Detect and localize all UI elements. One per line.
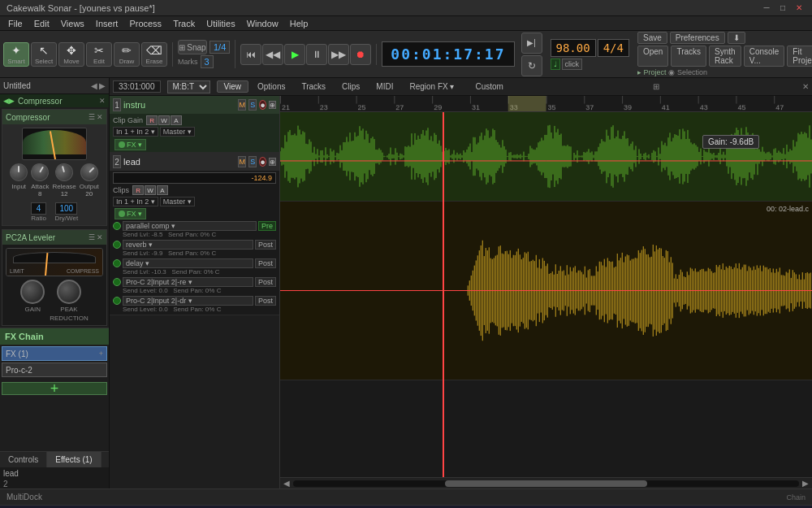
track-2-fx-slot[interactable]: FX ▾ [114, 208, 146, 219]
clips-tab[interactable]: Clips [335, 80, 367, 93]
track-2-input-icon[interactable]: ⊕ [269, 158, 276, 166]
track-2-read-btn[interactable]: R [132, 185, 144, 195]
play-button[interactable]: ▶ [284, 44, 305, 65]
minimize-button[interactable]: ─ [760, 2, 773, 14]
region-fx-tab[interactable]: Region FX ▾ [402, 80, 461, 93]
menu-track[interactable]: Track [168, 16, 200, 31]
send-proc2-dr-on[interactable] [113, 297, 121, 305]
scroll-left-icon[interactable]: ◀ [283, 479, 290, 488]
fx-add-button[interactable]: + [2, 382, 107, 395]
send-reverb-name[interactable]: reverb ▾ [123, 240, 253, 250]
track-1-solo[interactable]: S [248, 99, 257, 111]
menu-file[interactable]: File [3, 16, 28, 31]
send-parallel-type[interactable]: Pre [258, 221, 276, 231]
loop-button[interactable]: ↻ [521, 55, 542, 76]
midi-tab[interactable]: MIDI [369, 80, 400, 93]
tracks-button[interactable]: Tracks [671, 46, 706, 67]
click-button[interactable]: click [562, 59, 583, 70]
time-format-select[interactable]: M:B:T [167, 80, 210, 93]
project-radio[interactable]: ▸ Project [637, 68, 667, 76]
track-1-fx-slot[interactable]: FX ▾ [114, 139, 146, 150]
send-delay-name[interactable]: delay ▾ [123, 258, 253, 268]
menu-utilities[interactable]: Utilities [201, 16, 240, 31]
controls-tab[interactable]: Controls [0, 452, 47, 468]
send-proc2-dr-name[interactable]: Pro-C 2|Input 2|-dr ▾ [123, 296, 253, 306]
send-proc2-re-type[interactable]: Post [255, 277, 276, 287]
compressor-menu-icon[interactable]: ☰ [89, 113, 95, 121]
effects-tab[interactable]: Effects (1) [47, 452, 101, 468]
send-proc2-re-on[interactable] [113, 278, 121, 286]
menu-window[interactable]: Window [242, 16, 283, 31]
input-knob[interactable] [10, 163, 28, 181]
track-2-solo[interactable]: S [248, 156, 257, 167]
open-button[interactable]: Open [637, 46, 668, 67]
download-button[interactable]: ⬇ [728, 32, 745, 44]
time-sig-display[interactable]: 4/4 [598, 39, 629, 57]
track-2-mute[interactable]: M [238, 156, 246, 167]
track-1-output-select[interactable]: Master ▾ [160, 127, 195, 137]
track-1-read-btn[interactable]: R [146, 115, 158, 125]
fx-item-2[interactable]: Pro-c-2 [2, 363, 107, 377]
goto-end-button[interactable]: ▶| [521, 33, 542, 54]
tracks-timeline[interactable]: 00: 02-lead.c Gain: -9.6dB [280, 112, 812, 477]
rewind-begin-button[interactable]: ⏮ [240, 44, 261, 65]
track-1-auto-btn[interactable]: A [171, 115, 182, 125]
selection-radio[interactable]: ◉ Selection [668, 68, 707, 76]
tool-edit[interactable]: ✂ Edit [86, 42, 112, 67]
pc2a-peak-knob[interactable] [57, 280, 81, 304]
time-position[interactable]: 33:01:000 [113, 80, 161, 93]
tracks-collapse[interactable]: ✕ [802, 82, 809, 91]
arrow-right-icon[interactable]: ▶ [99, 81, 106, 90]
track-2-input-select[interactable]: In 1 + In 2 ▾ [113, 197, 158, 206]
attack-knob[interactable] [28, 160, 52, 185]
tool-erase[interactable]: ⌫ Erase [141, 42, 167, 67]
synth-rack-button[interactable]: Synth Rack [709, 46, 741, 67]
track-1-input-select[interactable]: In 1 + In 2 ▾ [113, 127, 158, 137]
track-1-input-icon[interactable]: ⊕ [269, 101, 276, 109]
window-controls[interactable]: ─ □ ✕ [760, 2, 806, 14]
track-1-write-btn[interactable]: W [158, 115, 170, 125]
snap-button[interactable]: ⊞ Snap [178, 40, 207, 54]
ratio-display[interactable]: 4 [31, 202, 47, 215]
track-2-auto-btn[interactable]: A [157, 185, 168, 195]
custom-select-tab[interactable]: Custom [468, 80, 510, 93]
send-parallel-on[interactable] [113, 222, 121, 230]
pause-button[interactable]: ⏸ [306, 44, 327, 65]
arrow-left-icon[interactable]: ◀ [91, 81, 97, 90]
pc2a-menu-icon[interactable]: ☰ [89, 233, 95, 241]
output-knob[interactable] [76, 159, 102, 185]
maximize-button[interactable]: □ [776, 2, 789, 14]
send-reverb-type[interactable]: Post [255, 240, 276, 250]
scroll-right-icon[interactable]: ▶ [802, 479, 809, 488]
scroll-track[interactable] [293, 480, 799, 487]
track-1-name[interactable] [123, 100, 235, 110]
send-parallel-name[interactable]: parallel comp ▾ [123, 221, 257, 231]
track-2-output-select[interactable]: Master ▾ [160, 197, 195, 206]
send-proc2-dr-type[interactable]: Post [255, 296, 276, 306]
send-reverb-on[interactable] [113, 241, 121, 249]
compressor-close-icon[interactable]: ✕ [97, 113, 103, 121]
tool-move[interactable]: ✥ Move [58, 42, 84, 67]
tracks-tab[interactable]: Tracks [294, 80, 333, 93]
metronome-icon[interactable]: ♩ [551, 59, 560, 70]
preferences-button[interactable]: Preferences [670, 32, 725, 44]
save-button[interactable]: Save [637, 32, 667, 44]
pc2a-gain-knob[interactable] [20, 280, 45, 304]
menu-help[interactable]: Help [285, 16, 313, 31]
fx-item-1[interactable]: FX (1) + [2, 346, 107, 361]
release-knob[interactable] [54, 162, 76, 184]
record-button[interactable]: ⏺ [350, 44, 371, 65]
close-button[interactable]: ✕ [793, 2, 806, 14]
tool-draw[interactable]: ✏ Draw [114, 42, 140, 67]
options-tab[interactable]: Options [250, 80, 292, 93]
fast-forward-button[interactable]: ▶▶ [328, 44, 349, 65]
drywet-display[interactable]: 100 [55, 202, 77, 215]
scroll-thumb[interactable] [445, 480, 647, 487]
menu-insert[interactable]: Insert [91, 16, 123, 31]
tempo-display[interactable]: 98.00 [551, 39, 596, 57]
plugin-close-icon[interactable]: ✕ [99, 97, 106, 105]
plugin-chain-arrows[interactable]: ◀▶ [3, 97, 15, 105]
rewind-button[interactable]: ◀◀ [262, 44, 283, 65]
send-proc2-re-name[interactable]: Pro-C 2|Input 2|-re ▾ [123, 277, 253, 287]
send-delay-type[interactable]: Post [255, 258, 276, 268]
